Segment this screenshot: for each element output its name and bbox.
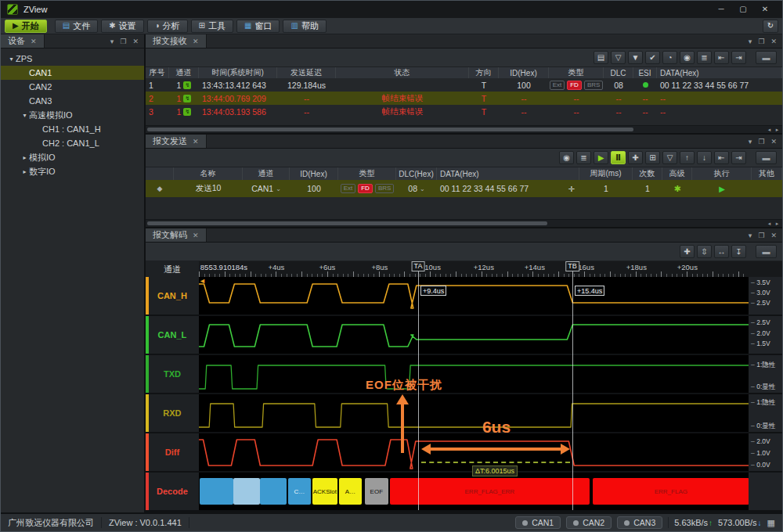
- statusbar-channel-CAN2[interactable]: CAN2: [566, 516, 612, 529]
- execute-play-icon[interactable]: ▶: [719, 185, 725, 193]
- statusbar-channel-CAN1[interactable]: CAN1: [515, 516, 561, 529]
- export-button[interactable]: ⇥: [731, 151, 746, 164]
- toolbar-button-工具[interactable]: ⊞工具: [191, 20, 233, 33]
- tree-item-CAN1[interactable]: CAN1: [1, 66, 144, 80]
- stop-button[interactable]: ▬: [756, 51, 777, 64]
- chevron-down-icon[interactable]: ▾: [7, 56, 16, 63]
- dock-float-icon[interactable]: ❐: [758, 138, 764, 146]
- dock-float-icon[interactable]: ❐: [758, 38, 764, 45]
- receive-row-1[interactable]: 11↯13:43:13.412 643129.184usT100ExtFDBRS…: [146, 78, 782, 92]
- dock-close-icon[interactable]: ✕: [770, 38, 777, 45]
- move-up-button[interactable]: ↑: [680, 151, 695, 164]
- tab-close-icon[interactable]: ✕: [31, 38, 37, 45]
- chevron-down-icon[interactable]: ▾: [20, 112, 29, 119]
- chevron-right-icon[interactable]: ▸: [20, 168, 29, 175]
- waveform-RXD[interactable]: [199, 394, 749, 432]
- add-list-button[interactable]: ⊞: [645, 151, 660, 164]
- scroll-right-icon[interactable]: ▸: [774, 221, 781, 226]
- tab-send[interactable]: 报文发送 ✕: [146, 135, 207, 148]
- fit-vertical-button[interactable]: ⇳: [697, 245, 712, 258]
- dock-float-icon[interactable]: ❐: [758, 232, 764, 239]
- id-format-button[interactable]: ◉: [680, 51, 695, 64]
- save-button[interactable]: ▤: [594, 51, 608, 64]
- channel-label-CAN_H[interactable]: CAN_H: [146, 277, 199, 315]
- badge-Ext[interactable]: Ext: [341, 184, 356, 193]
- chevron-down-icon[interactable]: ⌄: [276, 185, 281, 192]
- tree-item-CAN3[interactable]: CAN3: [1, 94, 144, 108]
- minimize-button[interactable]: ─: [710, 2, 732, 17]
- start-button[interactable]: ▶ 开始: [5, 20, 47, 33]
- tree-item-数字IO[interactable]: ▸数字IO: [1, 164, 144, 178]
- tab-decode[interactable]: 报文解码 ✕: [146, 228, 207, 242]
- tree-item-模拟IO[interactable]: ▸模拟IO: [1, 150, 144, 164]
- waveform-Decode[interactable]: C…ACKSlotA…EOFERR_FLAG_ERRERR_FLAG: [199, 473, 749, 510]
- cursor-ta-tag[interactable]: TA: [412, 261, 425, 271]
- refresh-button[interactable]: ↻: [763, 20, 778, 33]
- dock-close-icon[interactable]: ✕: [770, 232, 777, 239]
- import-button[interactable]: ⇤: [714, 151, 729, 164]
- cell-dlc[interactable]: 08⌄: [396, 184, 437, 193]
- send-start-button[interactable]: ▶: [594, 151, 608, 164]
- toolbar-button-分析[interactable]: ◑分析: [147, 20, 188, 33]
- filter-button[interactable]: ▼: [628, 51, 643, 64]
- tree-item-CAN2[interactable]: CAN2: [1, 80, 144, 94]
- frame-counter-button[interactable]: ≣: [697, 51, 712, 64]
- send-hscrollbar[interactable]: ◂ ▸: [146, 219, 782, 227]
- tab-receive[interactable]: 报文接收 ✕: [146, 34, 207, 48]
- toolbar-button-窗口[interactable]: ▦窗口: [236, 20, 280, 33]
- cell-count[interactable]: 1: [633, 184, 662, 193]
- scroll-left-icon[interactable]: ◂: [766, 221, 773, 226]
- id-format-button[interactable]: ◉: [559, 151, 574, 164]
- scrollbar-thumb[interactable]: [147, 128, 633, 131]
- stop-button[interactable]: ▬: [756, 151, 777, 164]
- toolbar-button-帮助[interactable]: ▥帮助: [283, 20, 326, 33]
- toolbar-button-文件[interactable]: ▤文件: [55, 20, 98, 33]
- channel-label-TXD[interactable]: TXD: [146, 355, 199, 393]
- waveform-TXD[interactable]: [199, 355, 749, 393]
- receive-row-2[interactable]: 21↯13:44:00.769 209--帧结束错误T----------: [146, 92, 782, 105]
- dock-close-icon[interactable]: ✕: [132, 38, 139, 45]
- scrollbar-thumb[interactable]: [147, 221, 547, 225]
- chevron-right-icon[interactable]: ▸: [20, 154, 29, 161]
- tree-item-CH2CAN1_L[interactable]: CH2 : CAN1_L: [1, 136, 144, 150]
- cursor-tb-tag[interactable]: TB: [565, 261, 579, 271]
- send-row-1[interactable]: ◆发送10CAN1⌄100ExtFDBRS08⌄00 11 22 33 44 5…: [146, 180, 782, 197]
- dock-menu-icon[interactable]: ▾: [110, 38, 114, 45]
- waveform-CAN_L[interactable]: [199, 316, 749, 354]
- page-prev-button[interactable]: ⇤: [714, 51, 729, 64]
- dock-menu-icon[interactable]: ▾: [749, 232, 752, 239]
- waveform-Diff[interactable]: [199, 433, 749, 471]
- badge-BRS[interactable]: BRS: [375, 184, 394, 193]
- chevron-down-icon[interactable]: ⌄: [420, 185, 425, 192]
- dock-close-icon[interactable]: ✕: [770, 138, 777, 146]
- fit-horizontal-button[interactable]: ↔: [714, 245, 729, 258]
- tab-close-icon[interactable]: ✕: [193, 232, 199, 239]
- badge-FD[interactable]: FD: [358, 184, 373, 193]
- cell-id[interactable]: 100: [290, 184, 338, 193]
- move-down-button[interactable]: ↓: [697, 151, 712, 164]
- dock-float-icon[interactable]: ❐: [120, 38, 126, 45]
- toolbar-button-设置[interactable]: ✱设置: [101, 20, 143, 33]
- clear-button[interactable]: ▽: [662, 151, 677, 164]
- scroll-left-icon[interactable]: ◂: [766, 127, 773, 132]
- tab-close-icon[interactable]: ✕: [193, 38, 199, 45]
- maximize-button[interactable]: ▢: [732, 2, 754, 17]
- stop-button[interactable]: ▬: [756, 245, 777, 258]
- scroll-right-icon[interactable]: ▸: [774, 127, 781, 132]
- tree-item-CH1CAN1_H[interactable]: CH1 : CAN1_H: [1, 122, 144, 136]
- wrench-icon[interactable]: ✛: [568, 185, 579, 193]
- channel-label-Decode[interactable]: Decode: [146, 473, 199, 510]
- page-next-button[interactable]: ⇥: [731, 51, 746, 64]
- waveform-view[interactable]: 通道 8553.910184s +4us+6us+8us+10us+12us+1…: [146, 261, 782, 514]
- zoom-add-button[interactable]: ✚: [680, 245, 695, 258]
- gear-icon[interactable]: ✱: [673, 184, 680, 194]
- dock-menu-icon[interactable]: ▾: [749, 38, 752, 45]
- export-button[interactable]: ↧: [731, 245, 746, 258]
- channel-label-CAN_L[interactable]: CAN_L: [146, 316, 199, 354]
- close-button[interactable]: ✕: [754, 2, 776, 17]
- time-ruler[interactable]: 8553.910184s +4us+6us+8us+10us+12us+14us…: [199, 261, 749, 277]
- printer-icon[interactable]: ▦: [767, 518, 775, 528]
- statusbar-channel-CAN3[interactable]: CAN3: [617, 516, 662, 529]
- tab-close-icon[interactable]: ✕: [193, 138, 199, 146]
- add-frame-button[interactable]: ✚: [628, 151, 643, 164]
